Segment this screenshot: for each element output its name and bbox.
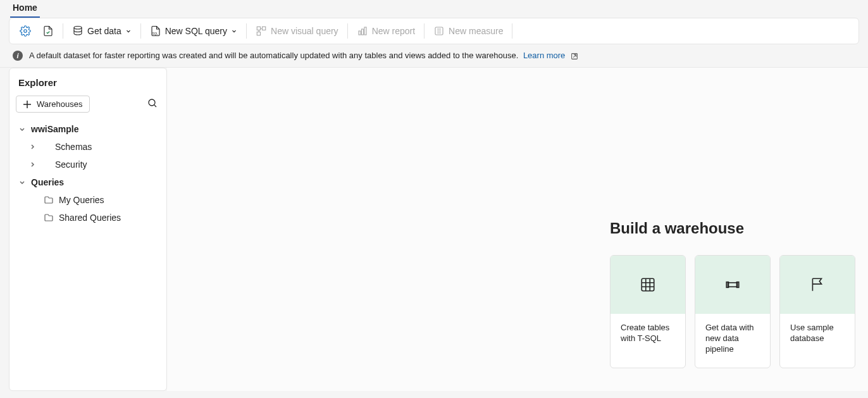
chevron-down-icon xyxy=(125,28,132,34)
chevron-down-icon xyxy=(231,28,237,34)
refresh-icon xyxy=(42,25,54,37)
toolbar-separator xyxy=(424,23,425,39)
new-report-button: New report xyxy=(352,23,420,39)
tree-node-security[interactable]: Security xyxy=(16,156,160,173)
info-text: A default dataset for faster reporting w… xyxy=(29,51,579,61)
chevron-down-icon xyxy=(18,178,26,186)
refresh-button[interactable] xyxy=(37,23,59,39)
svg-rect-13 xyxy=(728,283,737,287)
card-use-sample-label: Use sample database xyxy=(780,314,855,357)
shared-queries-label: Shared Queries xyxy=(59,213,121,223)
chevron-down-icon xyxy=(18,125,26,133)
sql-file-icon: SQL xyxy=(150,25,161,37)
measure-icon xyxy=(433,25,445,37)
build-cards: Create tables with T-SQL Get data with n… xyxy=(610,255,855,368)
settings-button[interactable] xyxy=(15,23,36,39)
plus-icon xyxy=(23,100,32,109)
folder-icon xyxy=(44,213,54,223)
svg-text:SQL: SQL xyxy=(152,32,158,35)
flag-icon xyxy=(780,256,855,314)
visual-query-icon xyxy=(256,25,267,37)
security-label: Security xyxy=(55,159,87,170)
card-get-data-pipeline-label: Get data with new data pipeline xyxy=(695,314,770,368)
tree-node-queries[interactable]: Queries xyxy=(16,173,160,191)
new-visual-query-label: New visual query xyxy=(271,26,338,36)
chevron-right-icon xyxy=(28,161,36,168)
toolbar-separator xyxy=(512,23,512,39)
tab-bar: Home xyxy=(0,0,868,18)
new-sql-query-label: New SQL query xyxy=(165,26,227,36)
svg-rect-6 xyxy=(359,31,361,35)
learn-more-link[interactable]: Learn more xyxy=(523,51,565,60)
new-measure-label: New measure xyxy=(449,26,503,36)
info-bar: i A default dataset for faster reporting… xyxy=(0,44,868,68)
search-icon xyxy=(147,98,158,108)
new-visual-query-button: New visual query xyxy=(251,23,344,39)
svg-rect-12 xyxy=(642,278,654,291)
queries-label: Queries xyxy=(31,177,64,187)
table-icon xyxy=(611,256,685,314)
new-measure-button: New measure xyxy=(428,23,508,39)
toolbar-separator xyxy=(246,23,247,39)
new-report-label: New report xyxy=(372,26,415,36)
tab-home[interactable]: Home xyxy=(10,0,40,18)
svg-rect-7 xyxy=(361,29,363,35)
new-sql-query-button[interactable]: SQL New SQL query xyxy=(145,23,242,39)
pipeline-icon xyxy=(695,256,770,314)
svg-point-1 xyxy=(74,27,82,30)
database-icon xyxy=(72,25,84,37)
folder-icon xyxy=(44,195,54,205)
svg-rect-3 xyxy=(257,27,260,30)
schemas-label: Schemas xyxy=(55,142,92,152)
card-create-tables-label: Create tables with T-SQL xyxy=(611,314,685,357)
add-warehouses-label: Warehouses xyxy=(37,99,83,109)
report-icon xyxy=(357,25,368,37)
build-warehouse-title: Build a warehouse xyxy=(610,220,855,237)
toolbar-separator xyxy=(347,23,348,39)
explorer-panel: Explorer Warehouses wwiSample Schemas xyxy=(9,68,167,391)
external-link-icon xyxy=(570,52,579,61)
card-get-data-pipeline[interactable]: Get data with new data pipeline xyxy=(695,255,771,368)
warehouse-label: wwiSample xyxy=(31,124,78,134)
tree-node-warehouse[interactable]: wwiSample xyxy=(16,120,160,138)
tree-node-schemas[interactable]: Schemas xyxy=(16,138,160,156)
search-button[interactable] xyxy=(145,96,160,113)
get-data-label: Get data xyxy=(87,26,121,36)
main-content: Build a warehouse Create tables with T-S… xyxy=(167,68,868,391)
chevron-right-icon xyxy=(28,143,36,151)
tree-node-my-queries[interactable]: My Queries xyxy=(16,191,160,209)
card-use-sample[interactable]: Use sample database xyxy=(779,255,855,368)
card-create-tables[interactable]: Create tables with T-SQL xyxy=(610,255,686,368)
info-icon: i xyxy=(13,51,23,61)
tree-node-shared-queries[interactable]: Shared Queries xyxy=(16,209,160,227)
svg-point-11 xyxy=(149,99,155,106)
get-data-button[interactable]: Get data xyxy=(67,23,137,39)
svg-rect-4 xyxy=(263,27,266,30)
gear-icon xyxy=(20,25,31,37)
add-warehouses-button[interactable]: Warehouses xyxy=(16,96,90,113)
svg-point-0 xyxy=(24,30,27,33)
explorer-title: Explorer xyxy=(16,77,160,88)
svg-rect-8 xyxy=(364,27,366,35)
toolbar: Get data SQL New SQL query New visual qu… xyxy=(9,18,859,44)
my-queries-label: My Queries xyxy=(59,195,104,205)
toolbar-separator xyxy=(140,23,141,39)
svg-rect-5 xyxy=(257,32,260,35)
toolbar-separator xyxy=(63,23,63,39)
